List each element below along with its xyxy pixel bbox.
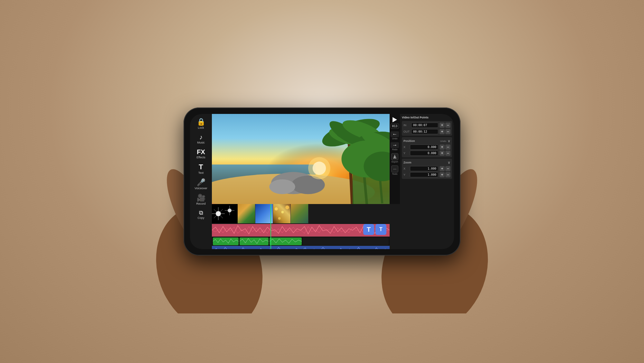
out-plus-btn[interactable]: + <box>440 129 445 134</box>
copy-icon: ⧉ <box>199 210 203 216</box>
text-icon: T <box>199 163 203 171</box>
record-icon: 🎥 <box>197 194 205 201</box>
green-clip-2 <box>240 237 269 245</box>
zoom-header: Zoom ∨ <box>403 160 450 165</box>
zoom-x-minus[interactable]: − <box>445 166 450 171</box>
voiceover-icon: 🎤 <box>197 179 205 186</box>
undo-arrow[interactable]: ← <box>391 131 399 137</box>
sidebar-label-effects: Effects <box>196 156 205 159</box>
zoom-y-plus[interactable]: + <box>440 172 445 177</box>
pos-y-value: 0.000 <box>410 151 438 156</box>
zoom-y-label: Y <box>403 173 409 176</box>
in-pm-buttons: + − <box>440 123 450 128</box>
audio-track-blue <box>212 246 390 249</box>
tt-buttons-container: T T <box>363 224 386 235</box>
position-y-row: Y 0.000 + − <box>403 151 450 156</box>
music-icon: ♪ <box>199 134 203 140</box>
sidebar-item-copy[interactable]: ⧉ Copy <box>191 208 211 221</box>
in-time-display: 00:00:07 <box>411 123 438 128</box>
position-title: Position <box>403 139 415 143</box>
right-panel: 013 ← Undo → Redo <box>390 114 454 249</box>
sidebar-label-lock: Lock <box>198 126 204 129</box>
sidebar: 🔒 Lock ♪ Music FX Effects T Text <box>190 114 212 249</box>
pos-x-value: 0.000 <box>410 144 438 150</box>
zoom-x-label: X <box>403 167 409 170</box>
main-content: T T <box>212 114 390 249</box>
tools-group: ··· Tools <box>391 165 398 175</box>
phone-screen: 🔒 Lock ♪ Music FX Effects T Text <box>190 114 454 249</box>
pos-y-plus[interactable]: + <box>440 151 445 156</box>
green-clip-1 <box>213 237 239 245</box>
right-timeline <box>390 204 454 249</box>
out-time-display: 00:00:12 <box>411 129 438 134</box>
export-icon <box>393 154 397 159</box>
timeline-area: T T <box>212 204 390 249</box>
redo-arrow[interactable]: → <box>391 142 399 148</box>
tt-button-1[interactable]: T <box>363 224 374 235</box>
sidebar-label-music: Music <box>197 141 205 144</box>
pos-y-label: Y <box>403 152 409 155</box>
zoom-section: Zoom ∨ X 1.000 + − <box>402 159 452 179</box>
position-header: Position Undo ∨ <box>403 139 450 143</box>
svg-rect-46 <box>212 246 390 249</box>
in-plus-btn[interactable]: + <box>440 123 445 128</box>
sidebar-label-record: Record <box>196 202 205 205</box>
in-row: IN 00:00:07 + − <box>403 123 450 128</box>
zoom-x-plus[interactable]: + <box>440 166 445 171</box>
properties-panel: Video In/Out Points IN 00:00:07 + − <box>400 114 454 204</box>
thumb-1 <box>238 204 255 223</box>
sidebar-item-music[interactable]: ♪ Music <box>191 132 211 146</box>
export-label: Export <box>392 161 398 163</box>
zoom-expand-icon[interactable]: ∨ <box>448 160 450 165</box>
in-minus-btn[interactable]: − <box>445 123 450 128</box>
pos-x-plus[interactable]: + <box>440 144 445 150</box>
counter-display: 013 <box>391 124 399 129</box>
thumb-empty <box>308 204 390 223</box>
zoom-title: Zoom <box>403 161 412 164</box>
sidebar-item-text[interactable]: T Text <box>191 162 211 176</box>
out-row: OUT 00:00:12 + − <box>403 129 450 134</box>
thumb-4 <box>291 204 308 223</box>
pos-x-label: X <box>403 145 409 149</box>
undo-text: Undo <box>440 140 446 143</box>
tt-button-2[interactable]: T <box>375 224 386 235</box>
pos-x-minus[interactable]: − <box>445 144 450 150</box>
panel-title: Video In/Out Points <box>402 116 452 119</box>
pos-y-minus[interactable]: − <box>445 151 450 156</box>
out-minus-btn[interactable]: − <box>445 129 450 134</box>
tools-label: Tools <box>392 173 397 175</box>
green-clip-3 <box>270 237 302 245</box>
zoom-x-value: 1.000 <box>410 166 438 171</box>
undo-group: ← Undo <box>391 131 399 140</box>
zoom-y-value: 1.000 <box>410 172 438 177</box>
play-button[interactable] <box>393 117 397 122</box>
redo-group: → Redo <box>391 142 399 151</box>
sidebar-item-lock[interactable]: 🔒 Lock <box>191 116 211 131</box>
out-pm-buttons: + − <box>440 129 450 134</box>
tools-button[interactable]: ··· <box>391 165 398 172</box>
zoom-y-row: Y 1.000 + − <box>403 172 450 177</box>
preview-controls: 013 ← Undo → Redo <box>390 114 454 204</box>
svg-point-43 <box>285 205 289 209</box>
beach-scene <box>212 114 390 204</box>
redo-label: Redo <box>392 148 398 151</box>
svg-point-16 <box>269 179 295 194</box>
zoom-x-row: X 1.000 + − <box>403 166 450 171</box>
svg-point-31 <box>308 157 330 179</box>
sidebar-item-effects[interactable]: FX Effects <box>191 147 211 161</box>
in-label: IN <box>403 124 410 127</box>
phone: 🔒 Lock ♪ Music FX Effects T Text <box>184 107 460 256</box>
zoom-x-pm: + − <box>440 166 450 171</box>
pos-x-pm: + − <box>440 144 450 150</box>
sidebar-item-voiceover[interactable]: 🎤 Voiceover <box>191 177 211 192</box>
undo-label: Undo <box>392 137 398 140</box>
sidebar-item-record[interactable]: 🎥 Record <box>191 192 211 207</box>
zoom-y-minus[interactable]: − <box>445 172 450 177</box>
fx-icon: FX <box>197 149 205 155</box>
out-label: OUT <box>403 130 410 133</box>
thumb-3 <box>273 204 291 223</box>
video-preview <box>212 114 390 204</box>
export-button[interactable] <box>391 153 398 160</box>
green-clip-empty <box>303 237 389 245</box>
position-expand-icon[interactable]: ∨ <box>448 139 450 143</box>
